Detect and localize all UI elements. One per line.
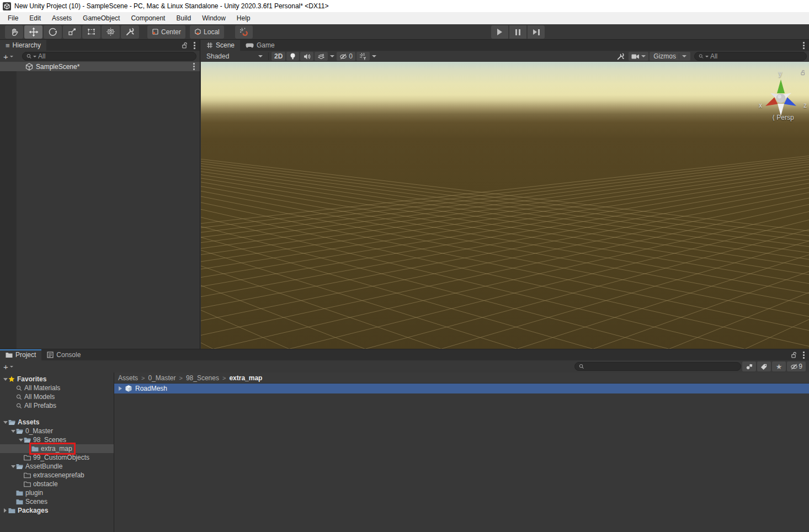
expand-icon[interactable]: [119, 386, 122, 391]
search-filter-dropdown-icon[interactable]: [33, 56, 36, 57]
menu-assets[interactable]: Assets: [46, 12, 77, 24]
search-by-label-button[interactable]: [757, 361, 771, 371]
breadcrumb-extra-map[interactable]: extra_map: [229, 374, 262, 382]
transform-icon: [106, 27, 115, 36]
axis-z-label[interactable]: z: [803, 102, 807, 109]
orientation-gizmo[interactable]: y x z ⟨ Persp: [757, 67, 809, 131]
scene-header-row[interactable]: SampleScene*: [0, 62, 200, 71]
hand-tool-button[interactable]: [5, 25, 23, 39]
camera-dropdown-icon[interactable]: [641, 55, 646, 57]
scene-search-field[interactable]: [694, 52, 807, 61]
menu-build[interactable]: Build: [171, 12, 196, 24]
hierarchy-menu-icon[interactable]: [194, 42, 195, 49]
asset-area-empty[interactable]: [114, 393, 809, 532]
custom-tools-button[interactable]: [121, 25, 139, 39]
gizmo-lock-icon[interactable]: [800, 70, 806, 76]
search-by-type-button[interactable]: [742, 361, 756, 371]
tab-scene[interactable]: Scene: [201, 40, 240, 51]
search-filter-dropdown-icon[interactable]: [705, 56, 709, 57]
effects-toggle-button[interactable]: [315, 52, 328, 61]
menu-help[interactable]: Help: [231, 12, 256, 24]
menu-component[interactable]: Component: [125, 12, 171, 24]
folder-outline-icon: [24, 472, 31, 478]
tree-item-scenes[interactable]: Scenes: [0, 497, 114, 506]
scene-tools-button[interactable]: [614, 52, 627, 61]
grid-dropdown-icon[interactable]: [371, 52, 377, 61]
lighting-toggle-button[interactable]: [286, 52, 299, 61]
pause-button[interactable]: [509, 25, 526, 39]
tab-project[interactable]: Project: [0, 349, 41, 360]
tree-item-0-master[interactable]: 0_Master: [0, 427, 114, 435]
hierarchy-search-input[interactable]: [38, 52, 192, 60]
rect-tool-button[interactable]: [82, 25, 100, 39]
collapse-icon[interactable]: [11, 465, 15, 468]
tree-item-99-customobjects[interactable]: 99_CustomObjects: [0, 453, 114, 462]
hidden-packages-button[interactable]: 9: [787, 361, 806, 371]
scene-row-menu-icon[interactable]: [193, 63, 195, 70]
rotate-tool-button[interactable]: [44, 25, 62, 39]
expand-icon[interactable]: [4, 508, 7, 513]
project-search-input[interactable]: [586, 363, 737, 370]
scene-camera-button[interactable]: [629, 52, 648, 61]
tab-game[interactable]: Game: [240, 40, 280, 51]
favorites-filter-button[interactable]: ★: [772, 361, 786, 371]
axis-y-label[interactable]: y: [779, 70, 782, 77]
menu-window[interactable]: Window: [196, 12, 231, 24]
collapse-icon[interactable]: [11, 430, 15, 433]
collapse-icon[interactable]: [3, 378, 8, 381]
pivot-center-button[interactable]: Center: [147, 25, 185, 39]
menu-edit[interactable]: Edit: [24, 12, 46, 24]
scale-tool-button[interactable]: [63, 25, 81, 39]
move-tool-button[interactable]: [24, 25, 42, 39]
menu-gameobject[interactable]: GameObject: [77, 12, 125, 24]
scene-panel-menu-icon[interactable]: [803, 42, 805, 49]
tab-console[interactable]: Console: [41, 349, 86, 360]
lock-icon[interactable]: [791, 352, 797, 359]
project-search-field[interactable]: [574, 362, 741, 371]
effects-dropdown-icon[interactable]: [329, 52, 336, 61]
lock-icon[interactable]: [182, 42, 188, 49]
tree-item-98-scenes[interactable]: 98_Scenes: [0, 435, 114, 444]
gizmos-dropdown[interactable]: Gizmos: [650, 52, 690, 61]
audio-toggle-button[interactable]: [300, 52, 313, 61]
hierarchy-body[interactable]: [0, 71, 200, 349]
tree-item-extrasceneprefab[interactable]: extrasceneprefab: [0, 471, 114, 480]
tree-item-obstacle[interactable]: obstacle: [0, 480, 114, 488]
hierarchy-search-field[interactable]: [22, 52, 196, 61]
hidden-objects-button[interactable]: 0: [337, 52, 355, 61]
play-button[interactable]: [491, 25, 508, 39]
step-button[interactable]: [528, 25, 545, 39]
axis-x-label[interactable]: x: [759, 102, 762, 109]
tree-item-all-prefabs[interactable]: All Prefabs: [0, 401, 114, 410]
2d-toggle-button[interactable]: 2D: [272, 52, 285, 61]
tree-item-extra-map[interactable]: extra_map: [0, 444, 114, 453]
create-asset-dropdown-icon[interactable]: [10, 366, 13, 368]
transform-tool-button[interactable]: [102, 25, 120, 39]
tree-item-plugin[interactable]: plugin: [0, 488, 114, 497]
scene-search-input[interactable]: [710, 52, 802, 60]
collapse-icon[interactable]: [19, 439, 23, 441]
project-menu-icon[interactable]: [803, 352, 805, 359]
tree-item-all-models[interactable]: All Models: [0, 392, 114, 401]
breadcrumb-assets[interactable]: Assets: [118, 374, 138, 382]
tree-item-all-materials[interactable]: All Materials: [0, 384, 114, 392]
scene-viewport[interactable]: y x z ⟨ Persp: [201, 62, 809, 349]
tab-hierarchy[interactable]: ≡ Hierarchy: [0, 40, 46, 51]
rotation-local-button[interactable]: Local: [190, 25, 224, 39]
breadcrumb-0-master[interactable]: 0_Master: [148, 374, 175, 382]
tree-item-favorites[interactable]: Favorites: [0, 375, 114, 384]
asset-row-roadmesh[interactable]: RoadMesh: [114, 384, 809, 393]
breadcrumb-98-scenes[interactable]: 98_Scenes: [186, 374, 219, 382]
tree-item-assetbundle[interactable]: AssetBundle: [0, 462, 114, 471]
grid-visibility-button[interactable]: [356, 52, 370, 61]
tree-item-assets[interactable]: Assets: [0, 418, 114, 427]
create-object-button[interactable]: +: [3, 52, 8, 61]
create-dropdown-icon[interactable]: [10, 56, 13, 57]
collapse-icon[interactable]: [3, 421, 8, 424]
grid-snap-button[interactable]: [235, 25, 253, 39]
tree-item-packages[interactable]: Packages: [0, 506, 114, 515]
perspective-toggle[interactable]: ⟨ Persp: [757, 114, 809, 121]
create-asset-button[interactable]: +: [3, 363, 8, 371]
draw-mode-dropdown[interactable]: Shaded: [204, 52, 265, 61]
menu-file[interactable]: File: [2, 12, 24, 24]
